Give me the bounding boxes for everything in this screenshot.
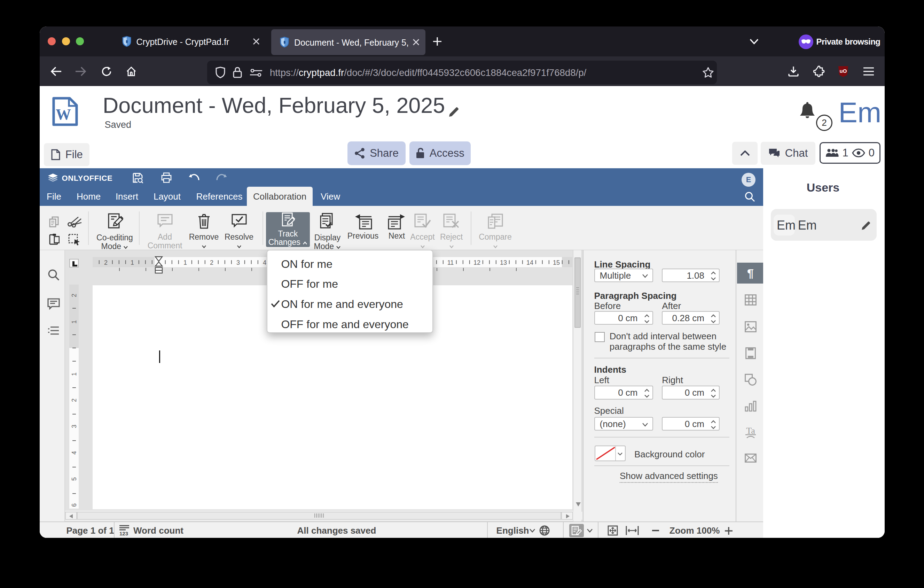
svg-text:123: 123 — [119, 530, 128, 535]
svg-text:W: W — [56, 106, 71, 123]
svg-text:uO: uO — [840, 68, 847, 74]
